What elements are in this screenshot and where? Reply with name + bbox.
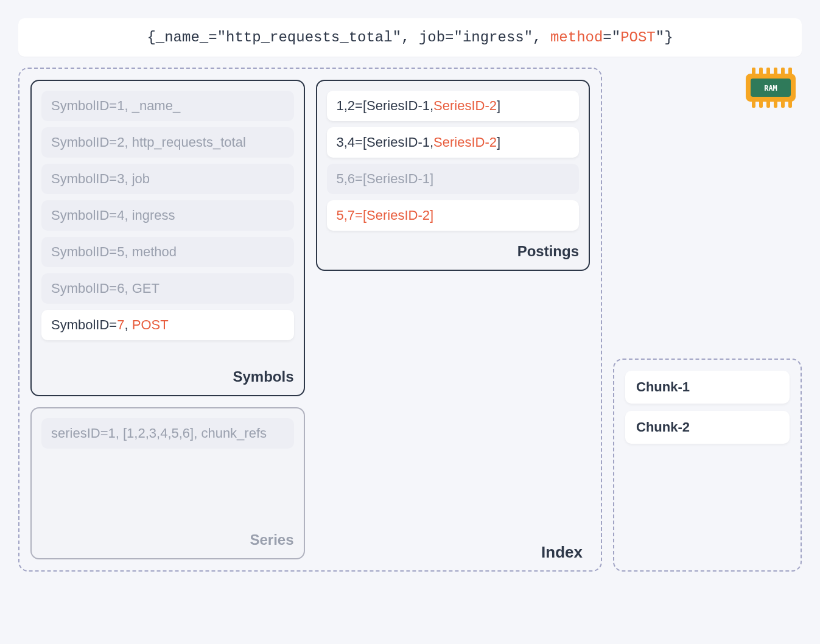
symbol-item: SymbolID=3, job bbox=[41, 164, 294, 194]
symbol-item: SymbolID=7, POST bbox=[41, 310, 294, 340]
posting-item: 1,2=[SeriesID-1,SeriesID-2] bbox=[327, 91, 580, 121]
symbol-item: SymbolID=6, GET bbox=[41, 273, 294, 304]
postings-panel: 1,2=[SeriesID-1,SeriesID-2]3,4=[SeriesID… bbox=[316, 80, 590, 271]
query-bar: {_name_="http_requests_total", job="ingr… bbox=[18, 18, 802, 57]
index-container: SymbolID=1, _name_SymbolID=2, http_reque… bbox=[18, 68, 602, 572]
symbols-panel: SymbolID=1, _name_SymbolID=2, http_reque… bbox=[30, 80, 305, 396]
series-label: Series bbox=[41, 525, 294, 548]
svg-text:RAM: RAM bbox=[764, 84, 777, 93]
svg-rect-9 bbox=[752, 100, 755, 108]
query-token: "} bbox=[656, 29, 673, 46]
symbol-item: SymbolID=1, _name_ bbox=[41, 91, 294, 121]
svg-rect-11 bbox=[766, 100, 770, 108]
postings-label: Postings bbox=[327, 237, 580, 260]
query-token: POST bbox=[620, 29, 656, 46]
query-token: =" bbox=[603, 29, 620, 46]
chunks-container: Chunk-1Chunk-2 bbox=[613, 359, 802, 572]
query-token: {_name_="http_requests_total", job="ingr… bbox=[147, 29, 550, 46]
svg-rect-14 bbox=[788, 100, 792, 108]
posting-item: 3,4=[SeriesID-1,SeriesID-2] bbox=[327, 127, 580, 158]
svg-rect-13 bbox=[781, 100, 785, 108]
symbol-item: SymbolID=5, method bbox=[41, 237, 294, 267]
ram-icon: RAM bbox=[613, 68, 802, 110]
posting-item: 5,7=[SeriesID-2] bbox=[327, 200, 580, 231]
svg-rect-12 bbox=[774, 100, 777, 108]
svg-rect-10 bbox=[759, 100, 763, 108]
posting-item: 5,6=[SeriesID-1] bbox=[327, 164, 580, 194]
chunk-item: Chunk-1 bbox=[625, 371, 790, 404]
series-panel: seriesID=1, [1,2,3,4,5,6], chunk_refs Se… bbox=[30, 407, 305, 559]
series-item: seriesID=1, [1,2,3,4,5,6], chunk_refs bbox=[41, 418, 294, 449]
index-label: Index bbox=[541, 543, 583, 562]
symbol-item: SymbolID=4, ingress bbox=[41, 200, 294, 231]
query-token: method bbox=[550, 29, 603, 46]
symbols-label: Symbols bbox=[41, 362, 294, 385]
symbol-item: SymbolID=2, http_requests_total bbox=[41, 127, 294, 158]
chunk-item: Chunk-2 bbox=[625, 411, 790, 444]
